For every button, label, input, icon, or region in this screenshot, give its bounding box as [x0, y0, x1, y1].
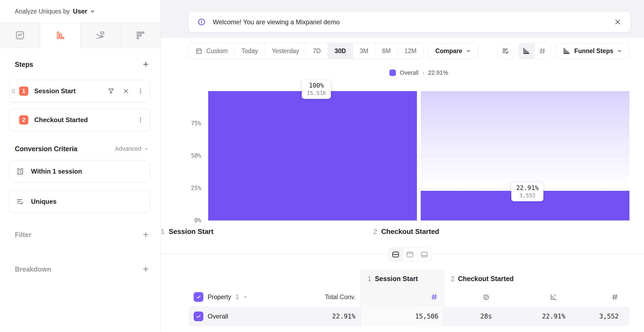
analyze-by-value: User — [73, 8, 87, 15]
legend-swatch — [389, 70, 396, 76]
tab-flows[interactable] — [80, 23, 120, 48]
demo-banner: Welcome! You are viewing a Mixpanel demo — [188, 12, 631, 32]
chevron-down-icon — [243, 295, 248, 299]
bar-tooltip-2: 22.91% 3,552 — [511, 182, 543, 201]
conversion-rate-header[interactable]: % — [528, 288, 579, 306]
remove-step-icon[interactable] — [122, 88, 129, 95]
select-all-checkbox[interactable] — [194, 292, 203, 302]
group-header-checkout-started: 2 Checkout Started — [444, 270, 629, 288]
range-7d[interactable]: 7D — [306, 43, 328, 59]
plot-area: 100% 15.51K 22.91% 3,552 — [208, 91, 629, 221]
table-group-header: 1 Session Start 2 Checkout Started — [188, 270, 629, 288]
y-axis-tick: 75% — [184, 120, 201, 127]
section-divider — [161, 254, 644, 254]
step-menu-icon[interactable] — [137, 116, 144, 123]
group-header-session-start: 1 Session Start — [361, 270, 444, 288]
chevron-down-icon — [466, 49, 471, 53]
step-card-2[interactable]: 2 Checkout Started — [9, 109, 150, 131]
legend-label: Overall — [400, 69, 419, 76]
table-column-header: Property 1 Total Conv. — [188, 288, 629, 306]
tab-funnels[interactable] — [40, 23, 80, 48]
step-label-1: 1 Session Start — [161, 227, 214, 236]
steps-section-header: Steps + — [15, 60, 149, 69]
conversion-window-label: Within 1 session — [31, 168, 82, 175]
line-chart-icon — [15, 30, 25, 40]
clock-check-icon — [482, 293, 490, 301]
row-name-cell: Overall — [188, 306, 307, 326]
counting-method-card[interactable]: Uniques — [9, 190, 150, 213]
table-row-overall[interactable]: Overall 22.91% 15,506 28s 22.91% 3,552 — [188, 306, 629, 326]
svg-text:%: % — [554, 294, 556, 297]
total-conv-header[interactable]: Total Conv. — [307, 288, 361, 306]
banner-message: Welcome! You are viewing a Mixpanel demo — [213, 18, 607, 26]
chevron-down-icon — [617, 49, 622, 53]
alarm-clock-icon — [16, 167, 25, 176]
property-selector[interactable]: Property 1 — [188, 288, 307, 306]
bar-chart-icon[interactable] — [519, 43, 535, 59]
tab-insights[interactable] — [0, 23, 40, 48]
metrics-list-button[interactable] — [497, 43, 514, 59]
breakdown-title: Breakdown — [15, 265, 51, 273]
add-breakdown-button[interactable]: + — [143, 265, 149, 273]
conversion-criteria-title: Conversion Criteria — [15, 145, 77, 153]
step-name: Checkout Started — [34, 116, 137, 124]
funnel-bar-1[interactable] — [208, 91, 417, 220]
breakdown-table: 1 Session Start 2 Checkout Started Prope… — [188, 270, 629, 326]
add-filter-button[interactable]: + — [143, 231, 149, 239]
range-yesterday[interactable]: Yesterday — [265, 43, 306, 59]
range-custom[interactable]: Custom — [189, 43, 235, 59]
steps-title: Steps — [15, 61, 33, 68]
total-conv-value: 22.91% — [307, 306, 361, 326]
range-12m[interactable]: 12M — [398, 43, 423, 59]
analyze-by-dropdown[interactable]: User — [73, 8, 95, 15]
chart-legend[interactable]: Overall · 22.91% — [208, 69, 629, 77]
hash-icon — [430, 293, 438, 301]
value-format-toggle — [518, 43, 551, 59]
y-axis-tick: 25% — [184, 185, 201, 191]
report-main: Welcome! You are viewing a Mixpanel demo — [161, 0, 644, 332]
step-menu-icon[interactable] — [137, 88, 144, 95]
tab-retention[interactable] — [120, 23, 160, 48]
analyze-label: Analyze Uniques by — [15, 8, 70, 15]
y-axis-tick: 0% — [184, 217, 201, 224]
bar-chart-icon — [563, 47, 571, 55]
funnel-chart: 75% 50% 25% 0% 100% 15.51K 22.91% — [161, 91, 644, 240]
session-count-value: 15,506 — [361, 306, 444, 326]
range-6m[interactable]: 6M — [375, 43, 398, 59]
hash-icon — [611, 293, 619, 301]
compare-button[interactable]: Compare — [428, 43, 478, 59]
add-step-button[interactable]: + — [143, 60, 149, 68]
avg-time-header[interactable] — [444, 288, 528, 306]
drag-handle-icon[interactable] — [12, 88, 15, 94]
range-today[interactable]: Today — [235, 43, 265, 59]
step-card-1[interactable]: 1 Session Start — [9, 80, 150, 102]
conversion-rate-icon: % — [550, 293, 558, 301]
range-30d[interactable]: 30D — [328, 43, 353, 59]
flow-icon — [95, 30, 105, 40]
legend-value: 22.91% — [428, 69, 448, 76]
table-only-view-icon[interactable] — [417, 248, 431, 261]
hash-icon[interactable] — [535, 43, 550, 59]
filter-title: Filter — [15, 231, 31, 239]
conversion-rate-value: 22.91% — [528, 306, 579, 326]
step-name: Session Start — [34, 87, 107, 95]
chevron-down-icon — [90, 9, 95, 14]
funnel-bars-icon — [55, 30, 65, 40]
counting-method-label: Uniques — [31, 198, 57, 205]
session-count-sort-header[interactable] — [361, 288, 444, 306]
avg-time-value: 28s — [444, 306, 528, 326]
chart-only-view-icon[interactable] — [403, 248, 417, 261]
count-header[interactable] — [579, 288, 629, 306]
funnel-steps-dropdown[interactable]: Funnel Steps — [556, 43, 629, 59]
filter-section-header: Filter + — [15, 230, 149, 239]
layout-toggle — [388, 248, 431, 261]
close-icon[interactable] — [614, 18, 621, 26]
conversion-window-card[interactable]: Within 1 session — [9, 160, 150, 183]
row-checkbox[interactable] — [194, 312, 203, 321]
split-view-icon[interactable] — [389, 248, 403, 261]
advanced-dropdown[interactable]: Advanced — [115, 145, 149, 152]
bar-tooltip-1: 100% 15.51K — [302, 80, 331, 99]
filter-step-icon[interactable] — [107, 87, 115, 95]
range-3m[interactable]: 3M — [353, 43, 375, 59]
date-range-group: Custom Today Yesterday 7D 30D 3M 6M 12M — [188, 43, 423, 59]
